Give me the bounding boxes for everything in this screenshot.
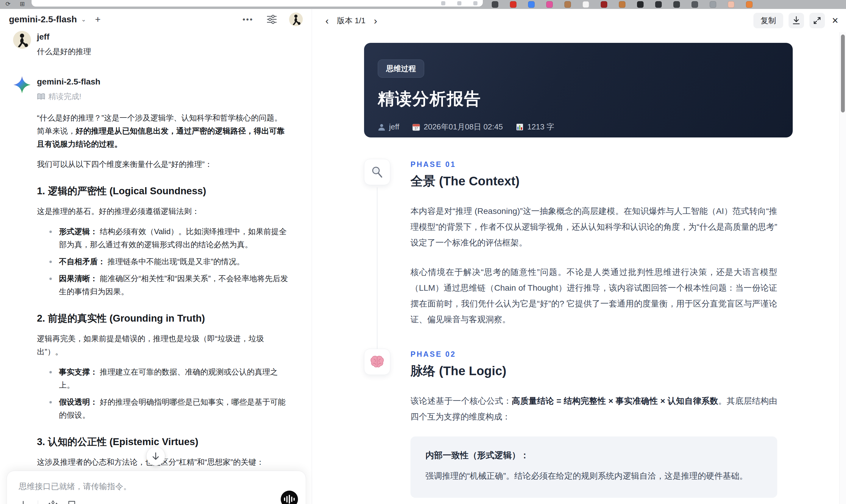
chat-header: gemini-2.5-flash ⌄ + ••• bbox=[0, 9, 312, 30]
scrollbar-track[interactable] bbox=[840, 32, 846, 504]
star-icon[interactable] bbox=[473, 1, 477, 5]
book-icon bbox=[37, 93, 45, 100]
scrollbar-thumb[interactable] bbox=[841, 35, 845, 112]
bookmark-icon[interactable] bbox=[441, 1, 445, 5]
tools-diamond-icon[interactable] bbox=[48, 500, 58, 504]
paragraph: 我们可以从以下四个维度来衡量什么是“好的推理”： bbox=[37, 158, 289, 171]
extension-icon[interactable] bbox=[546, 1, 553, 8]
assistant-name: gemini-2.5-flash bbox=[37, 76, 289, 87]
phase-section-2: PHASE 02 脉络 (The Logic) 该论述基于一个核心公式：高质量结… bbox=[364, 349, 793, 504]
extension-icon[interactable] bbox=[619, 1, 625, 8]
report-hero: 思维过程 精读分析报告 jeff 17 2026年01月08日 02:45 12… bbox=[364, 43, 793, 138]
extension-icon[interactable] bbox=[710, 1, 716, 8]
report-panel-header: ‹ 版本 1/1 › 复制 × bbox=[312, 9, 846, 32]
user-avatar bbox=[13, 31, 31, 49]
address-bar[interactable] bbox=[32, 0, 483, 6]
list-item: 假设透明： 好的推理会明确指明哪些是已知事实，哪些是基于可能的假设。 bbox=[37, 395, 289, 421]
assistant-message: gemini-2.5-flash 精读完成! “什么是好的推理？”这是一个涉及逻… bbox=[13, 76, 300, 504]
section-lead-1: 这是推理的基石。好的推理必须遵循逻辑法则： bbox=[37, 205, 289, 218]
browser-toolbar: ⟳ ⊞ bbox=[0, 0, 846, 9]
phase-tag: PHASE 02 bbox=[410, 349, 777, 359]
section-lead-2: 逻辑再完美，如果前提是错误的，推理也是垃圾（即“垃圾进，垃圾出”）。 bbox=[37, 332, 289, 358]
hero-badge: 思维过程 bbox=[378, 59, 424, 78]
report-panel: ‹ 版本 1/1 › 复制 × 思维过程 精读分析报告 bbox=[312, 9, 846, 504]
report-title: 精读分析报告 bbox=[378, 88, 793, 110]
arrow-down-icon bbox=[152, 452, 160, 460]
new-chat-button[interactable]: + bbox=[95, 14, 101, 25]
phase-title: 全景 (The Context) bbox=[410, 173, 777, 190]
settings-sliders-icon[interactable] bbox=[266, 15, 277, 24]
extension-icon[interactable] bbox=[492, 1, 498, 8]
composer-placeholder[interactable]: 思维接口已就绪，请传输指令。 bbox=[19, 481, 294, 492]
extension-icon[interactable] bbox=[655, 1, 662, 8]
extension-icon[interactable] bbox=[564, 1, 571, 8]
extension-icon[interactable] bbox=[691, 1, 698, 8]
extension-icon[interactable] bbox=[746, 1, 753, 8]
intro-paragraph: “什么是好的推理？”这是一个涉及逻辑学、认知科学和哲学核心的问题。简单来说，好的… bbox=[37, 111, 289, 150]
extension-icon[interactable] bbox=[528, 1, 535, 8]
assistant-status: 精读完成! bbox=[37, 91, 289, 102]
chat-title[interactable]: gemini-2.5-flash bbox=[9, 14, 77, 24]
fullscreen-button[interactable] bbox=[809, 13, 825, 28]
calendar-icon: 17 bbox=[412, 123, 420, 131]
user-message: jeff 什么是好的推理 bbox=[13, 31, 300, 57]
extension-icon[interactable] bbox=[637, 1, 644, 8]
svg-text:17: 17 bbox=[415, 127, 418, 130]
brain-icon bbox=[364, 349, 390, 375]
list-item: 事实支撑： 推理建立在可靠的数据、准确的观测或公认的真理之上。 bbox=[37, 365, 289, 392]
bullet-list: 事实支撑： 推理建立在可靠的数据、准确的观测或公认的真理之上。 假设透明： 好的… bbox=[37, 365, 289, 421]
dimension-card-1: 内部一致性（形式逻辑）： 强调推理的“机械正确”。结论必须在给定的规则系统内逻辑… bbox=[410, 436, 777, 498]
meta-date: 17 2026年01月08日 02:45 bbox=[412, 122, 503, 132]
version-label: 版本 1/1 bbox=[337, 16, 365, 26]
tab-grid-icon[interactable]: ⊞ bbox=[19, 1, 25, 7]
extension-icon[interactable] bbox=[601, 1, 607, 8]
list-item: 因果清晰： 能准确区分“相关性”和“因果关系”，不会轻率地将先后发生的事情归为因… bbox=[37, 272, 289, 298]
chat-panel: gemini-2.5-flash ⌄ + ••• bbox=[0, 9, 312, 504]
section-heading-3: 3. 认知的公正性 (Epistemic Virtues) bbox=[37, 435, 289, 448]
voice-input-button[interactable] bbox=[281, 491, 298, 504]
card-body: 强调推理的“机械正确”。结论必须在给定的规则系统内逻辑自洽，这是推理的硬件基础。 bbox=[425, 469, 762, 484]
copy-button[interactable]: 复制 bbox=[754, 13, 783, 28]
download-button[interactable] bbox=[789, 13, 804, 28]
reload-icon[interactable]: ⟳ bbox=[5, 1, 11, 7]
extension-icon[interactable] bbox=[510, 1, 516, 8]
magnifier-icon bbox=[364, 159, 390, 185]
attach-plus-icon[interactable] bbox=[19, 500, 28, 504]
extension-icon[interactable] bbox=[673, 1, 680, 8]
bar-chart-icon bbox=[516, 123, 524, 131]
phase-paragraph: 该论述基于一个核心公式：高质量结论 = 结构完整性 × 事实准确性 × 认知自律… bbox=[410, 393, 777, 425]
chevron-down-icon[interactable]: ⌄ bbox=[81, 16, 86, 23]
extension-icon[interactable] bbox=[728, 1, 734, 8]
user-avatar[interactable] bbox=[289, 13, 303, 26]
phase-paragraph: 核心情境在于解决“思考的随意性”问题。不论是人类通过批判性思维进行决策，还是大语… bbox=[410, 264, 777, 327]
list-item: 形式逻辑： 结构必须有效（Valid）。比如演绎推理中，如果前提全部为真，那么通… bbox=[37, 225, 289, 251]
extension-icons bbox=[492, 1, 753, 8]
prev-version-button[interactable]: ‹ bbox=[324, 16, 330, 25]
bookmark-icon[interactable] bbox=[68, 500, 76, 504]
divider bbox=[38, 500, 38, 504]
phase-title: 脉络 (The Logic) bbox=[410, 363, 777, 379]
user-message-text: 什么是好的推理 bbox=[37, 47, 289, 57]
share-icon[interactable] bbox=[457, 1, 461, 5]
phase-paragraph: 本内容是对“推理 (Reasoning)”这一抽象概念的高层建模。在知识爆炸与人… bbox=[410, 203, 777, 251]
next-version-button[interactable]: › bbox=[373, 16, 378, 25]
message-composer[interactable]: 思维接口已就绪，请传输指令。 bbox=[6, 471, 306, 504]
person-icon bbox=[378, 123, 386, 131]
extension-icon[interactable] bbox=[583, 1, 589, 8]
user-name: jeff bbox=[37, 31, 289, 42]
app-window: gemini-2.5-flash ⌄ + ••• bbox=[0, 9, 846, 504]
scroll-to-bottom-button[interactable] bbox=[146, 447, 165, 465]
chat-message-list[interactable]: jeff 什么是好的推理 gemini-2.5 bbox=[0, 30, 312, 504]
version-navigator: ‹ 版本 1/1 › bbox=[324, 16, 378, 26]
phase-section-1: PHASE 01 全景 (The Context) 本内容是对“推理 (Reas… bbox=[364, 159, 793, 327]
more-menu-button[interactable]: ••• bbox=[243, 15, 253, 24]
report-meta: jeff 17 2026年01月08日 02:45 1213 字 bbox=[378, 122, 793, 132]
assistant-markdown: “什么是好的推理？”这是一个涉及逻辑学、认知科学和哲学核心的问题。简单来说，好的… bbox=[37, 111, 289, 504]
section-heading-2: 2. 前提的真实性 (Grounding in Truth) bbox=[37, 312, 289, 325]
close-button[interactable]: × bbox=[832, 15, 838, 26]
meta-word-count: 1213 字 bbox=[516, 122, 554, 132]
list-item: 不自相矛盾： 推理链条中不能出现“既是又非”的情况。 bbox=[37, 255, 289, 268]
meta-author: jeff bbox=[378, 122, 399, 131]
bullet-list: 形式逻辑： 结构必须有效（Valid）。比如演绎推理中，如果前提全部为真，那么通… bbox=[37, 225, 289, 298]
report-content[interactable]: 思维过程 精读分析报告 jeff 17 2026年01月08日 02:45 12… bbox=[312, 32, 840, 504]
